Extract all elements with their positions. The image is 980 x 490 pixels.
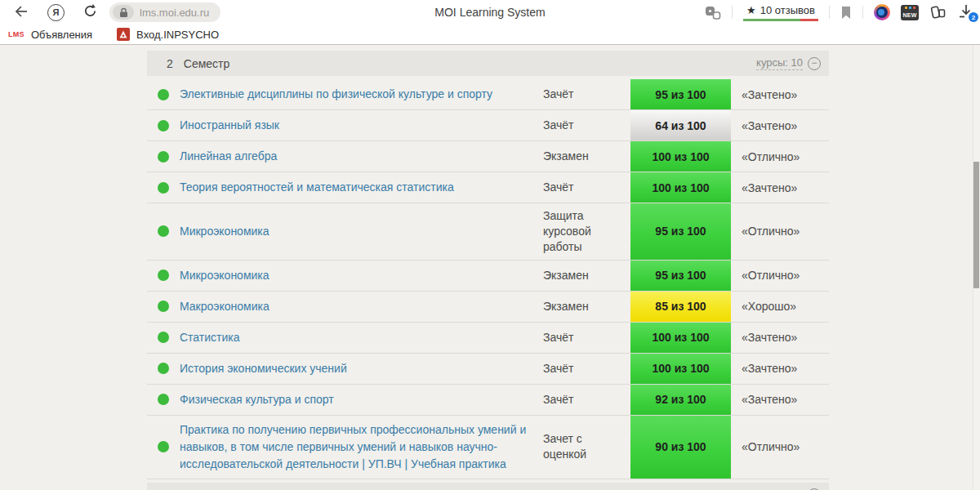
course-row: Микроэкономика Экзамен 95 из 100 «Отличн… [147, 261, 829, 292]
score-badge: 95 из 100 [630, 79, 731, 109]
score-badge: 90 из 100 [630, 416, 731, 479]
status-dot [158, 332, 169, 343]
grade-label: «Отлично» [731, 203, 829, 260]
collections-icon[interactable] [929, 5, 947, 20]
grade-label: «Отлично» [731, 261, 829, 291]
semester-header-2: 2 Семестр курсы: 10 − [147, 51, 829, 76]
assessment-type: Зачёт [543, 110, 630, 140]
grade-label: «Зачтено» [731, 385, 829, 415]
protect-icon[interactable] [704, 5, 721, 20]
status-dot [158, 182, 169, 194]
grades-table: 2 Семестр курсы: 10 − Элективные дисципл… [147, 51, 829, 490]
lms-page: 2 Семестр курсы: 10 − Элективные дисципл… [0, 45, 980, 490]
course-link[interactable]: Практика по получению первичных професси… [180, 421, 528, 473]
status-dot [158, 225, 169, 237]
score-badge: 85 из 100 [630, 292, 731, 322]
course-link[interactable]: Элективные дисциплины по физической куль… [180, 86, 492, 103]
course-row: Линейная алгебра Экзамен 100 из 100 «Отл… [147, 141, 829, 172]
address-bar[interactable]: lms.moi.edu.ru [109, 2, 220, 22]
inpsycho-favicon [117, 28, 130, 41]
course-rows: Элективные дисциплины по физической куль… [147, 79, 829, 479]
status-dot [158, 441, 169, 452]
course-link[interactable]: История экономических учений [180, 360, 347, 377]
refresh-button[interactable] [82, 3, 98, 21]
status-dot [158, 394, 169, 405]
bookmark-flag-icon[interactable] [840, 6, 852, 20]
course-row: Макроэкономика Экзамен 85 из 100 «Хорошо… [147, 292, 829, 323]
course-row: История экономических учений Зачёт 100 и… [147, 354, 829, 385]
assessment-type: Экзамен [543, 141, 630, 172]
course-row: Физическая культура и спорт Зачёт 92 из … [147, 385, 829, 416]
bookmarks-bar: LMS Объявления Вход.INPSYCHO [0, 24, 980, 44]
course-link[interactable]: Линейная алгебра [180, 148, 277, 165]
course-row: Практика по получению первичных професси… [147, 416, 829, 479]
scrollbar-track[interactable] [973, 45, 980, 490]
score-badge: 95 из 100 [630, 261, 731, 291]
status-dot [158, 89, 169, 100]
bookmark-label: Вход.INPSYCHO [136, 29, 219, 41]
assessment-type: Зачёт [543, 79, 630, 109]
divider [862, 6, 863, 19]
course-link[interactable]: Макроэкономика [180, 298, 270, 315]
assessment-type: Экзамен [543, 292, 630, 322]
collapse-section-button[interactable]: − [808, 57, 821, 70]
course-link[interactable]: Теория вероятностей и математическая ста… [180, 179, 454, 196]
extension-color-icon[interactable] [874, 4, 890, 20]
course-link[interactable]: Физическая культура и спорт [180, 391, 334, 408]
course-link[interactable]: Иностранный язык [180, 117, 279, 134]
score-badge: 100 из 100 [630, 323, 731, 353]
status-dot [158, 301, 169, 312]
grade-label: «Зачтено» [731, 323, 829, 353]
rating-bar [743, 19, 818, 21]
divider [732, 6, 733, 19]
course-row: Микроэкономика Защита курсовой работы 95… [147, 203, 829, 261]
course-row: Теория вероятностей и математическая ста… [147, 172, 829, 203]
refresh-icon [82, 3, 98, 21]
score-badge: 64 из 100 [630, 110, 731, 140]
status-dot [158, 120, 169, 131]
status-dot [158, 151, 169, 163]
reviews-count-label: 10 отзывов [760, 4, 815, 16]
grade-label: «Отлично» [731, 416, 829, 479]
assessment-type: Зачет с оценкой [543, 416, 630, 479]
yandex-home-button[interactable]: Я [47, 4, 65, 21]
status-dot [158, 363, 169, 374]
semester-header-3: 3 Семестр курсы: 10 + [147, 483, 829, 490]
assessment-type: Экзамен [543, 261, 630, 291]
back-arrow-icon [13, 4, 29, 21]
site-reviews-button[interactable]: ★ 10 отзывов [743, 4, 818, 21]
grade-label: «Зачтено» [731, 354, 829, 384]
course-link[interactable]: Микроэкономика [180, 267, 270, 284]
grade-label: «Зачтено» [731, 79, 829, 109]
url-text: lms.moi.edu.ru [140, 7, 209, 19]
assessment-type: Зачёт [543, 354, 630, 384]
back-button[interactable] [13, 4, 29, 21]
divider [829, 6, 830, 19]
browser-toolbar: Я lms.moi.edu.ru MOI Learning System ★ [0, 0, 980, 24]
grade-label: «Отлично» [731, 141, 829, 172]
extension-new-icon[interactable]: NEW [901, 5, 919, 20]
course-link[interactable]: Микроэкономика [180, 223, 270, 240]
lms-favicon: LMS [8, 30, 24, 38]
download-count-badge: 2 [969, 12, 978, 22]
assessment-type: Зачёт [543, 172, 630, 203]
semester-number: 2 [167, 57, 173, 70]
downloads-button[interactable]: 2 [957, 3, 975, 21]
course-link[interactable]: Статистика [180, 329, 240, 346]
score-badge: 100 из 100 [630, 141, 731, 172]
score-badge: 95 из 100 [630, 203, 731, 260]
browser-chrome: Я lms.moi.edu.ru MOI Learning System ★ [0, 0, 980, 45]
course-row: Иностранный язык Зачёт 64 из 100 «Зачтен… [147, 110, 829, 141]
course-row: Элективные дисциплины по физической куль… [147, 79, 829, 110]
assessment-type: Зачёт [543, 385, 630, 415]
toolbar-right-icons: ★ 10 отзывов NEW 2 [704, 0, 975, 24]
bookmark-item-inpsycho[interactable]: Вход.INPSYCHO [117, 28, 219, 41]
ssl-lock-icon[interactable] [113, 5, 134, 20]
course-row: Статистика Зачёт 100 из 100 «Зачтено» [147, 323, 829, 354]
courses-count-link[interactable]: курсы: 10 [756, 56, 803, 70]
scrollbar-thumb[interactable] [973, 162, 979, 288]
assessment-type: Зачёт [543, 323, 630, 353]
yandex-logo-icon: Я [47, 4, 65, 21]
bookmark-item-announcements[interactable]: LMS Объявления [8, 29, 92, 41]
semester-title: Семестр [184, 57, 230, 70]
